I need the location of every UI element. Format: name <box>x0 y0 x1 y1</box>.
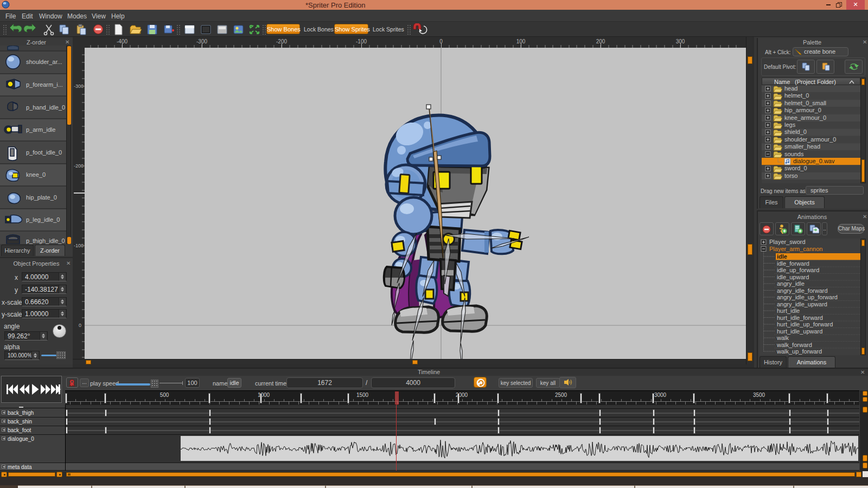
svg-text:hurt_idle_forward: hurt_idle_forward <box>777 314 823 321</box>
svg-text:walk: walk <box>776 335 789 341</box>
svg-text:torso: torso <box>784 172 797 179</box>
svg-text:legs: legs <box>784 121 796 128</box>
svg-text:helmet_0: helmet_0 <box>784 92 809 99</box>
svg-text:angry_idle_up_forward: angry_idle_up_forward <box>777 294 838 300</box>
svg-text:p_thigh_idle_0: p_thigh_idle_0 <box>26 237 65 244</box>
svg-text:head: head <box>784 85 797 92</box>
svg-text:walk_up_forward: walk_up_forward <box>776 348 822 355</box>
svg-text:p_hand_idle_0: p_hand_idle_0 <box>26 104 65 111</box>
svg-text:sounds: sounds <box>784 151 804 157</box>
svg-text:p_forearm_i...: p_forearm_i... <box>26 81 63 88</box>
svg-text:angry_idle_upward: angry_idle_upward <box>777 301 827 307</box>
svg-text:idle_upward: idle_upward <box>777 274 809 280</box>
svg-text:knee_0: knee_0 <box>26 171 46 178</box>
svg-text:shield_0: shield_0 <box>784 129 807 135</box>
svg-text:hip_plate_0: hip_plate_0 <box>26 194 57 201</box>
svg-text:dialogue_0.wav: dialogue_0.wav <box>793 158 835 164</box>
svg-text:hurt_idle_up_forward: hurt_idle_up_forward <box>777 321 833 328</box>
svg-text:Player_sword: Player_sword <box>769 239 806 245</box>
svg-text:shoulder_armour_0: shoulder_armour_0 <box>784 136 836 143</box>
svg-text:walk_forward: walk_forward <box>776 342 812 348</box>
svg-text:p_arm_idle: p_arm_idle <box>26 126 55 133</box>
svg-text:hip_armour_0: hip_armour_0 <box>784 107 821 113</box>
svg-text:angry_idle: angry_idle <box>777 280 805 287</box>
svg-text:angry_idle_forward: angry_idle_forward <box>777 287 828 294</box>
svg-text:smaller_head: smaller_head <box>784 143 820 150</box>
svg-text:knee_armour_0: knee_armour_0 <box>784 114 826 121</box>
svg-text:shoulder_ar...: shoulder_ar... <box>26 59 62 65</box>
svg-text:Player_arm_cannon: Player_arm_cannon <box>769 246 822 252</box>
svg-text:p_leg_idle_0: p_leg_idle_0 <box>26 216 60 223</box>
svg-text:helmet_0_small: helmet_0_small <box>784 100 826 106</box>
svg-text:sword_0: sword_0 <box>784 165 807 171</box>
svg-text:hurt_idle_upward: hurt_idle_upward <box>777 328 822 335</box>
svg-text:idle_up_forward: idle_up_forward <box>777 267 819 273</box>
svg-text:idle_forward: idle_forward <box>777 260 809 267</box>
svg-text:idle: idle <box>777 253 787 260</box>
svg-text:p_foot_idle_0: p_foot_idle_0 <box>26 149 62 156</box>
svg-text:hurt_idle: hurt_idle <box>777 307 800 314</box>
